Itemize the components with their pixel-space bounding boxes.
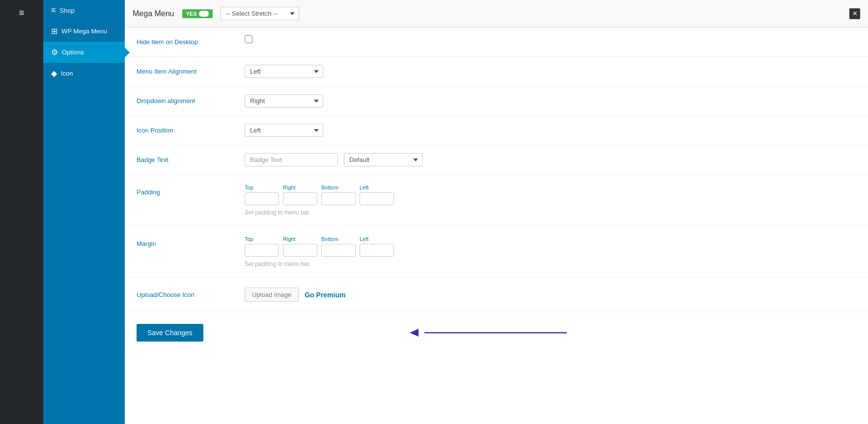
padding-left-label: Left xyxy=(360,185,368,190)
arrow-annotation xyxy=(410,323,567,343)
sidebar-dark: ≡ xyxy=(0,0,43,424)
margin-top-label: Top xyxy=(245,236,253,242)
upload-image-button[interactable]: Upload image xyxy=(245,288,299,302)
padding-label: Padding xyxy=(137,185,245,196)
margin-bottom-label: Bottom xyxy=(321,236,338,242)
sidebar-item-shop-label: Shop xyxy=(59,7,74,14)
margin-bottom-col: Bottom 0px xyxy=(321,236,356,257)
menu-alignment-field: Left Right Center xyxy=(245,65,856,78)
close-button[interactable]: ✕ xyxy=(849,8,860,19)
yes-label: YES xyxy=(186,11,197,17)
sidebar-item-wp-mega-menu-label: WP Mega Menu xyxy=(61,27,107,35)
margin-row: Margin Top 0px Right 0px Bottom xyxy=(137,236,856,267)
margin-section: Margin Top 0px Right 0px Bottom xyxy=(125,226,868,278)
save-section: Save Changes xyxy=(125,312,868,353)
badge-text-label: Badge Text xyxy=(137,153,245,163)
dropdown-alignment-field: Left Right Center xyxy=(245,94,856,107)
icon-position-select[interactable]: Left Right xyxy=(245,124,323,137)
margin-cols: Top 0px Right 0px Bottom 0px Left xyxy=(245,236,856,257)
margin-bottom-input[interactable]: 0px xyxy=(321,244,356,257)
padding-fields: Top 0px Right 0px Bottom 0px Left xyxy=(245,185,856,216)
sidebar-blue: ≡ Shop ⊞ WP Mega Menu ⚙ Options ◆ Icon xyxy=(43,0,125,424)
sidebar-item-options[interactable]: ⚙ Options xyxy=(43,42,125,63)
padding-bottom-col: Bottom 0px xyxy=(321,185,356,205)
menu-alignment-label: Menu Item Alignment xyxy=(137,65,245,75)
icon-icon: ◆ xyxy=(51,69,57,78)
main-content: Mega Menu YES -- Select Stretch -- Full … xyxy=(125,0,868,424)
stretch-select[interactable]: -- Select Stretch -- Full Width Containe… xyxy=(221,7,299,20)
sidebar-item-options-label: Options xyxy=(62,49,84,56)
padding-cols: Top 0px Right 0px Bottom 0px Left xyxy=(245,185,856,205)
options-arrow xyxy=(125,48,130,57)
sidebar-item-icon-label: Icon xyxy=(61,70,73,77)
padding-hint: Set padding to menu bar. xyxy=(245,209,856,216)
icon-position-label: Icon Position xyxy=(137,124,245,134)
wp-mega-menu-icon: ⊞ xyxy=(51,26,57,36)
badge-text-row: Badge Text Default Success Warning Dange… xyxy=(125,145,868,175)
go-premium-link[interactable]: Go Premium xyxy=(305,291,345,299)
hide-item-field xyxy=(245,35,856,43)
padding-row: Padding Top 0px Right 0px Bottom xyxy=(137,185,856,216)
sidebar-item-shop[interactable]: ≡ Shop xyxy=(43,0,125,21)
margin-top-input[interactable]: 0px xyxy=(245,244,279,257)
shop-icon: ≡ xyxy=(51,6,56,15)
upload-label: Upload/Choose Icon xyxy=(137,291,245,298)
icon-position-row: Icon Position Left Right xyxy=(125,116,868,145)
badge-text-input[interactable] xyxy=(245,153,338,166)
margin-left-label: Left xyxy=(360,236,368,242)
margin-left-input[interactable]: 0px xyxy=(360,244,394,257)
margin-label: Margin xyxy=(137,236,245,247)
margin-right-input[interactable]: 0px xyxy=(283,244,317,257)
icon-position-field: Left Right xyxy=(245,124,856,137)
padding-top-input[interactable]: 0px xyxy=(245,192,279,205)
margin-left-col: Left 0px xyxy=(360,236,394,257)
padding-top-col: Top 0px xyxy=(245,185,279,205)
menu-alignment-row: Menu Item Alignment Left Right Center xyxy=(125,57,868,86)
topbar: Mega Menu YES -- Select Stretch -- Full … xyxy=(125,0,868,27)
padding-left-input[interactable]: 0px xyxy=(360,192,394,205)
margin-top-col: Top 0px xyxy=(245,236,279,257)
margin-hint: Set padding to menu bar. xyxy=(245,261,856,267)
sidebar-item-icon[interactable]: ◆ Icon xyxy=(43,63,125,84)
sidebar-dark-logo: ≡ xyxy=(0,4,43,22)
form-area: Hide Item on Desktop Menu Item Alignment… xyxy=(125,27,868,424)
dropdown-alignment-row: Dropdown alignment Left Right Center xyxy=(125,86,868,116)
hide-item-label: Hide Item on Desktop xyxy=(137,35,245,46)
margin-right-label: Right xyxy=(283,236,296,242)
margin-right-col: Right 0px xyxy=(283,236,317,257)
padding-section: Padding Top 0px Right 0px Bottom xyxy=(125,175,868,226)
margin-fields: Top 0px Right 0px Bottom 0px Left xyxy=(245,236,856,267)
save-changes-button[interactable]: Save Changes xyxy=(137,324,203,342)
hide-item-checkbox[interactable] xyxy=(245,35,252,43)
badge-text-field: Default Success Warning Danger xyxy=(245,153,856,166)
padding-top-label: Top xyxy=(245,185,253,190)
padding-left-col: Left 0px xyxy=(360,185,394,205)
padding-right-input[interactable]: 0px xyxy=(283,192,317,205)
upload-row: Upload/Choose Icon Upload image Go Premi… xyxy=(125,278,868,312)
padding-bottom-label: Bottom xyxy=(321,185,338,190)
options-icon: ⚙ xyxy=(51,48,58,57)
yes-toggle[interactable] xyxy=(199,11,209,17)
menu-alignment-select[interactable]: Left Right Center xyxy=(245,65,323,78)
svg-marker-1 xyxy=(410,329,419,337)
sidebar-item-wp-mega-menu[interactable]: ⊞ WP Mega Menu xyxy=(43,21,125,42)
padding-right-label: Right xyxy=(283,185,296,190)
hide-item-row: Hide Item on Desktop xyxy=(125,27,868,57)
dropdown-alignment-label: Dropdown alignment xyxy=(137,94,245,105)
dropdown-alignment-select[interactable]: Left Right Center xyxy=(245,94,323,107)
topbar-title: Mega Menu xyxy=(133,9,174,18)
padding-right-col: Right 0px xyxy=(283,185,317,205)
padding-bottom-input[interactable]: 0px xyxy=(321,192,356,205)
yes-badge[interactable]: YES xyxy=(182,9,213,18)
badge-style-select[interactable]: Default Success Warning Danger xyxy=(344,153,422,166)
